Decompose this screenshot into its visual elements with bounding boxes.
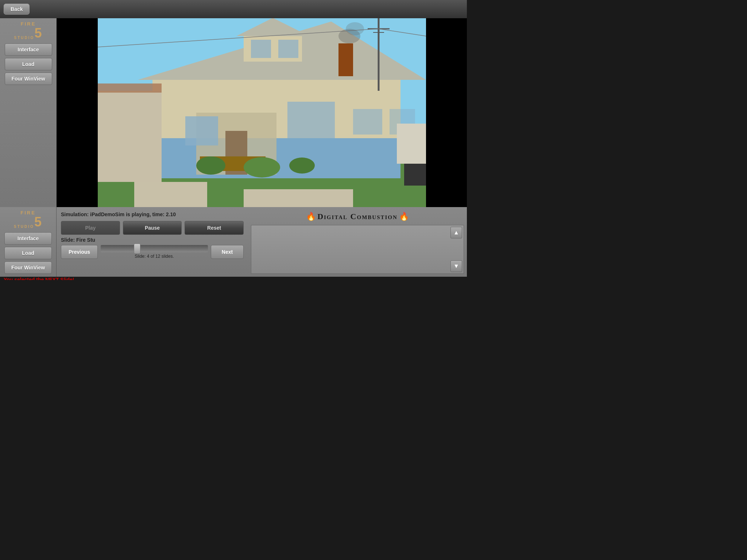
slide-label: Slide: Fire Stu bbox=[61, 237, 244, 243]
back-button[interactable]: Back bbox=[4, 4, 30, 15]
slider-container: Slide: 4 of 12 slides. bbox=[101, 245, 208, 259]
previous-button[interactable]: Previous bbox=[61, 245, 98, 259]
svg-rect-17 bbox=[353, 109, 382, 135]
main-image-area bbox=[57, 18, 467, 207]
reset-button[interactable]: Reset bbox=[185, 221, 244, 235]
dc-header: 🔥 Digital Combustion 🔥 bbox=[251, 210, 464, 223]
bottom-left-sidebar: FIRE STUDIO 5 Interface Load Four WinVie… bbox=[0, 207, 57, 277]
right-panel: 🔥 Digital Combustion 🔥 ▲ ▼ bbox=[248, 207, 467, 277]
logo-fire-text: FIRE bbox=[21, 21, 36, 27]
load-button[interactable]: Load bbox=[5, 58, 52, 70]
svg-rect-16 bbox=[287, 102, 335, 138]
svg-rect-6 bbox=[98, 91, 162, 182]
bottom-interface-button[interactable]: Interface bbox=[4, 232, 52, 245]
dc-fire-left-icon: 🔥 bbox=[306, 212, 316, 221]
svg-rect-11 bbox=[251, 40, 271, 58]
bottom-logo-fire: FIRE bbox=[20, 210, 36, 215]
svg-rect-19 bbox=[338, 43, 353, 76]
bottom-logo: FIRE STUDIO 5 bbox=[14, 210, 42, 230]
house-image bbox=[98, 18, 426, 207]
svg-rect-15 bbox=[185, 116, 218, 145]
dc-title: Digital Combustion bbox=[317, 211, 398, 221]
slide-slider[interactable] bbox=[101, 245, 208, 252]
play-button[interactable]: Play bbox=[61, 221, 120, 235]
svg-point-29 bbox=[346, 22, 364, 35]
slide-count: Slide: 4 of 12 slides. bbox=[135, 254, 174, 259]
sim-status: Simulation: iPadDemoSim is playing, time… bbox=[61, 210, 244, 219]
control-row: FIRE STUDIO 5 Interface Load Four WinVie… bbox=[0, 207, 467, 277]
logo-number: 5 bbox=[34, 27, 42, 40]
playback-buttons: Play Pause Reset bbox=[61, 221, 244, 235]
bottom-logo-studio: STUDIO bbox=[14, 225, 34, 229]
interface-button[interactable]: Interface bbox=[5, 43, 52, 56]
top-bar: Back bbox=[0, 0, 467, 18]
left-sidebar: FIRE STUDIO 5 Interface Load Four WinVie… bbox=[0, 18, 57, 207]
svg-rect-2 bbox=[134, 182, 207, 207]
logo-area: FIRE STUDIO 5 bbox=[14, 21, 43, 41]
bottom-four-winview-button[interactable]: Four WinView bbox=[4, 261, 52, 274]
bottom-logo-num: 5 bbox=[34, 215, 42, 229]
scroll-up-button[interactable]: ▲ bbox=[450, 227, 462, 238]
logo-studio: FIRE STUDIO 5 bbox=[14, 21, 43, 41]
bottom-panel: FIRE STUDIO 5 Interface Load Four WinVie… bbox=[0, 207, 467, 280]
svg-rect-3 bbox=[244, 189, 353, 207]
status-text: You selected the NEXT Slide! bbox=[4, 277, 74, 280]
pause-button[interactable]: Pause bbox=[123, 221, 182, 235]
dc-fire-right-icon: 🔥 bbox=[399, 212, 409, 221]
four-winview-button[interactable]: Four WinView bbox=[5, 73, 52, 85]
nav-row: Previous Slide: 4 of 12 slides. Next bbox=[61, 245, 244, 259]
bottom-load-button[interactable]: Load bbox=[4, 247, 52, 259]
svg-rect-12 bbox=[278, 40, 298, 58]
svg-point-30 bbox=[196, 156, 225, 175]
svg-rect-7 bbox=[98, 83, 162, 93]
svg-point-32 bbox=[289, 158, 315, 174]
svg-point-31 bbox=[244, 157, 280, 178]
center-controls: Simulation: iPadDemoSim is playing, time… bbox=[57, 207, 248, 277]
svg-rect-33 bbox=[397, 124, 426, 164]
dc-content-area: ▲ ▼ bbox=[251, 225, 464, 274]
logo-studio-text: STUDIO bbox=[14, 36, 35, 40]
scroll-down-button[interactable]: ▼ bbox=[450, 260, 462, 272]
status-bar: You selected the NEXT Slide! bbox=[0, 277, 467, 280]
next-button[interactable]: Next bbox=[211, 245, 244, 259]
